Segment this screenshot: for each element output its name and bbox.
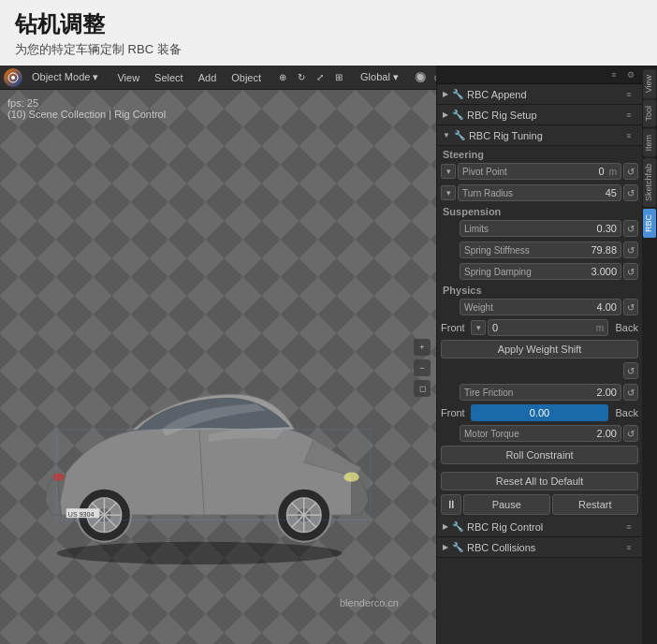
- append-options[interactable]: ≡: [621, 87, 636, 102]
- svg-point-1: [11, 76, 15, 80]
- control-icon: 🔧: [452, 521, 463, 532]
- add-menu[interactable]: Add: [193, 70, 223, 85]
- pivot-reset[interactable]: ↺: [623, 163, 638, 180]
- roll-constraint-btn[interactable]: Roll Constraint: [441, 446, 638, 464]
- select-menu[interactable]: Select: [149, 70, 189, 85]
- svg-text:US 9304: US 9304: [68, 511, 95, 519]
- car-svg: US 9304: [19, 377, 380, 567]
- physics-label: Physics: [437, 282, 642, 297]
- tuning-icon: 🔧: [454, 130, 465, 140]
- spring-damping-row: Spring Damping 3.000 ↺: [437, 261, 642, 282]
- turn-reset[interactable]: ↺: [623, 184, 638, 201]
- rig-control-header[interactable]: ▶ 🔧 RBC Rig Control ≡: [437, 517, 642, 537]
- control-options[interactable]: ≡: [621, 520, 636, 534]
- viewport-info: fps: 25 (10) Scene Collection | Rig Cont…: [7, 97, 166, 120]
- turn-radius-row: ▾ Turn Radius 45 ↺: [437, 183, 642, 203]
- tab-sketchfab[interactable]: Sketchfab: [643, 158, 656, 207]
- front-label: Front: [441, 322, 469, 333]
- stiffness-reset[interactable]: ↺: [623, 242, 638, 258]
- blender-logo[interactable]: [4, 68, 22, 87]
- limits-field[interactable]: Limits 0.30: [460, 220, 621, 237]
- motor-torque-reset[interactable]: ↺: [623, 425, 638, 442]
- limits-row: Limits 0.30 ↺: [437, 218, 642, 239]
- page-title: 钻机调整: [15, 9, 642, 39]
- panel-icon-2[interactable]: ⚙: [623, 67, 638, 82]
- damping-reset[interactable]: ↺: [623, 263, 638, 280]
- tire-front-slider[interactable]: 0.00: [471, 404, 608, 421]
- tire-back-label: Back: [610, 407, 638, 418]
- front-value-field[interactable]: 0 m: [488, 319, 608, 336]
- append-label: RBC Append: [467, 89, 527, 100]
- spring-damping-field[interactable]: Spring Damping 3.000: [460, 263, 621, 280]
- object-menu[interactable]: Object: [226, 70, 267, 85]
- setup-arrow: ▶: [443, 110, 448, 119]
- move-icon[interactable]: ⊕: [274, 69, 291, 86]
- weight-field[interactable]: Weight 4.00: [460, 299, 621, 315]
- append-icon: 🔧: [452, 89, 463, 99]
- header: 钻机调整 为您的特定车辆定制 RBC 装备: [0, 0, 657, 66]
- tire-front-label: Front: [441, 407, 469, 418]
- scene-info: (10) Scene Collection | Rig Control: [7, 109, 166, 120]
- pause-icon-btn[interactable]: ⏸: [441, 494, 461, 515]
- tab-item[interactable]: Item: [643, 129, 656, 157]
- transform-space[interactable]: Global ▾: [355, 69, 404, 85]
- panel-icon-1[interactable]: ≡: [606, 67, 621, 82]
- front-toggle[interactable]: ▾: [471, 320, 486, 335]
- car-model: US 9304: [19, 377, 380, 571]
- scale-icon[interactable]: ⤢: [312, 69, 328, 86]
- playback-row: ⏸ Pause Restart: [437, 492, 642, 517]
- viewport-scene: fps: 25 (10) Scene Collection | Rig Cont…: [0, 90, 436, 644]
- tuning-options[interactable]: ≡: [621, 128, 636, 143]
- turn-radius-field[interactable]: Turn Radius 45: [458, 184, 621, 201]
- rig-setup-header[interactable]: ▶ 🔧 RBC Rig Setup ≡: [437, 105, 642, 125]
- limits-reset[interactable]: ↺: [623, 220, 638, 237]
- control-arrow: ▶: [443, 522, 448, 531]
- rig-tuning-header[interactable]: ▼ 🔧 RBC Rig Tuning ≡: [437, 125, 642, 146]
- collisions-arrow: ▶: [443, 543, 448, 551]
- perspective-icon[interactable]: ◻: [414, 380, 431, 397]
- weight-shift-reset-row: ↺: [437, 360, 642, 381]
- collisions-label: RBC Collisions: [467, 542, 535, 553]
- mode-selector[interactable]: Object Mode ▾: [26, 69, 104, 85]
- proportional-icon[interactable]: ◎: [431, 69, 436, 86]
- side-tabs: View Tool Item Sketchfab RBC: [642, 66, 657, 644]
- main-area: Object Mode ▾ View Select Add Object ⊕ ↻…: [0, 66, 657, 644]
- pivot-point-row: ▾ Pivot Point 0 m ↺: [437, 161, 642, 182]
- watermark: blenderco.cn: [340, 597, 399, 608]
- zoom-out-icon[interactable]: −: [414, 359, 431, 376]
- tire-friction-field[interactable]: Tire Friction 2.00: [460, 384, 621, 401]
- rig-collisions-header[interactable]: ▶ 🔧 RBC Collisions ≡: [437, 537, 642, 558]
- weight-row: Weight 4.00 ↺: [437, 297, 642, 317]
- tab-view[interactable]: View: [643, 69, 656, 98]
- viewport-nav-icons: + − ◻: [414, 339, 431, 397]
- tire-friction-reset[interactable]: ↺: [623, 384, 638, 401]
- panel-top-icons: ≡ ⚙: [437, 66, 642, 84]
- zoom-in-icon[interactable]: +: [414, 339, 431, 356]
- rotate-icon[interactable]: ↻: [293, 69, 310, 86]
- right-panel: ≡ ⚙ ▶ 🔧 RBC Append ≡ ▶ 🔧 RBC Rig Setup: [436, 66, 642, 644]
- back-label: Back: [610, 322, 638, 333]
- turn-toggle[interactable]: ▾: [441, 185, 456, 200]
- tire-front-back-row: Front 0.00 Back: [437, 402, 642, 423]
- spring-stiffness-row: Spring Stiffness 79.88 ↺: [437, 240, 642, 260]
- setup-options[interactable]: ≡: [621, 108, 636, 123]
- tab-tool[interactable]: Tool: [643, 100, 656, 127]
- restart-btn[interactable]: Restart: [552, 494, 639, 515]
- collisions-options[interactable]: ≡: [621, 540, 636, 555]
- tab-rbc[interactable]: RBC: [643, 209, 656, 238]
- spring-stiffness-field[interactable]: Spring Stiffness 79.88: [460, 242, 621, 258]
- svg-point-2: [57, 542, 343, 564]
- rbc-append-header[interactable]: ▶ 🔧 RBC Append ≡: [437, 84, 642, 105]
- pivot-point-field[interactable]: Pivot Point 0 m: [458, 163, 621, 180]
- reset-all-btn[interactable]: Reset All to Default: [441, 472, 638, 490]
- weight-reset[interactable]: ↺: [623, 299, 638, 315]
- view-menu[interactable]: View: [111, 70, 145, 85]
- viewport-toolbar: Object Mode ▾ View Select Add Object ⊕ ↻…: [0, 66, 436, 90]
- pause-btn[interactable]: Pause: [463, 494, 550, 515]
- motor-torque-field[interactable]: Motor Torque 2.00: [460, 425, 621, 442]
- weight-shift-reset[interactable]: ↺: [623, 362, 638, 379]
- pivot-toggle[interactable]: ▾: [441, 164, 456, 179]
- transform-icon[interactable]: ⊞: [330, 69, 347, 86]
- apply-weight-shift-btn[interactable]: Apply Weight Shift: [441, 340, 638, 359]
- snap-icon[interactable]: 🔘: [412, 69, 429, 86]
